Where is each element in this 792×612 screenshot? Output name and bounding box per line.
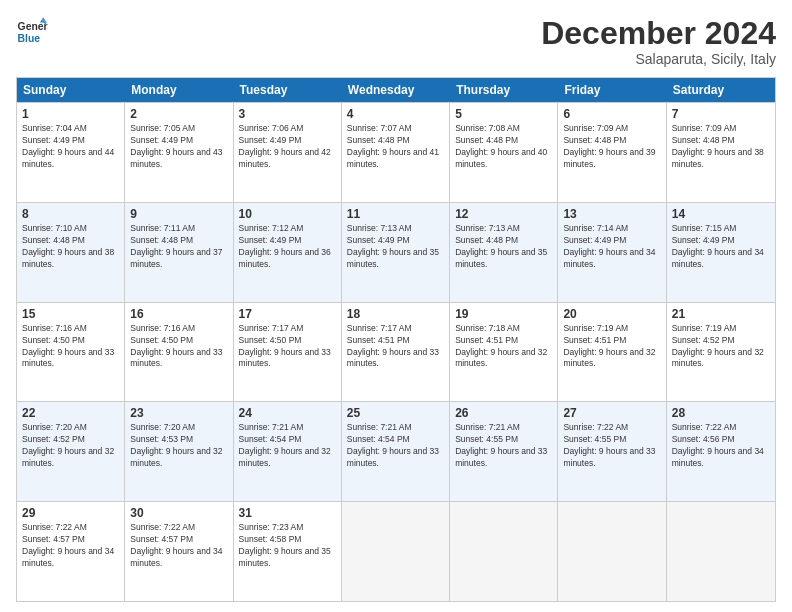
day-number: 14 <box>672 207 770 221</box>
day-cell: 27Sunrise: 7:22 AM Sunset: 4:55 PM Dayli… <box>558 402 666 501</box>
calendar-row: 15Sunrise: 7:16 AM Sunset: 4:50 PM Dayli… <box>17 302 775 402</box>
day-info: Sunrise: 7:21 AM Sunset: 4:54 PM Dayligh… <box>347 422 444 470</box>
logo: General Blue <box>16 16 48 48</box>
day-info: Sunrise: 7:17 AM Sunset: 4:50 PM Dayligh… <box>239 323 336 371</box>
calendar-row: 22Sunrise: 7:20 AM Sunset: 4:52 PM Dayli… <box>17 401 775 501</box>
day-cell: 15Sunrise: 7:16 AM Sunset: 4:50 PM Dayli… <box>17 303 125 402</box>
weekday-header: Saturday <box>667 78 775 102</box>
day-number: 31 <box>239 506 336 520</box>
day-number: 9 <box>130 207 227 221</box>
day-cell: 6Sunrise: 7:09 AM Sunset: 4:48 PM Daylig… <box>558 103 666 202</box>
day-info: Sunrise: 7:09 AM Sunset: 4:48 PM Dayligh… <box>672 123 770 171</box>
day-number: 26 <box>455 406 552 420</box>
day-info: Sunrise: 7:15 AM Sunset: 4:49 PM Dayligh… <box>672 223 770 271</box>
day-cell: 28Sunrise: 7:22 AM Sunset: 4:56 PM Dayli… <box>667 402 775 501</box>
day-info: Sunrise: 7:21 AM Sunset: 4:55 PM Dayligh… <box>455 422 552 470</box>
day-cell: 3Sunrise: 7:06 AM Sunset: 4:49 PM Daylig… <box>234 103 342 202</box>
day-cell: 11Sunrise: 7:13 AM Sunset: 4:49 PM Dayli… <box>342 203 450 302</box>
day-cell: 5Sunrise: 7:08 AM Sunset: 4:48 PM Daylig… <box>450 103 558 202</box>
calendar-header: SundayMondayTuesdayWednesdayThursdayFrid… <box>17 78 775 102</box>
day-cell: 1Sunrise: 7:04 AM Sunset: 4:49 PM Daylig… <box>17 103 125 202</box>
day-cell: 21Sunrise: 7:19 AM Sunset: 4:52 PM Dayli… <box>667 303 775 402</box>
day-info: Sunrise: 7:18 AM Sunset: 4:51 PM Dayligh… <box>455 323 552 371</box>
weekday-header: Sunday <box>17 78 125 102</box>
day-info: Sunrise: 7:16 AM Sunset: 4:50 PM Dayligh… <box>22 323 119 371</box>
page-header: General Blue December 2024 Salaparuta, S… <box>16 16 776 67</box>
day-number: 20 <box>563 307 660 321</box>
day-cell: 10Sunrise: 7:12 AM Sunset: 4:49 PM Dayli… <box>234 203 342 302</box>
day-number: 11 <box>347 207 444 221</box>
day-cell: 26Sunrise: 7:21 AM Sunset: 4:55 PM Dayli… <box>450 402 558 501</box>
day-info: Sunrise: 7:11 AM Sunset: 4:48 PM Dayligh… <box>130 223 227 271</box>
day-info: Sunrise: 7:09 AM Sunset: 4:48 PM Dayligh… <box>563 123 660 171</box>
day-cell: 7Sunrise: 7:09 AM Sunset: 4:48 PM Daylig… <box>667 103 775 202</box>
day-info: Sunrise: 7:05 AM Sunset: 4:49 PM Dayligh… <box>130 123 227 171</box>
day-number: 12 <box>455 207 552 221</box>
weekday-header: Monday <box>125 78 233 102</box>
day-number: 23 <box>130 406 227 420</box>
day-cell: 29Sunrise: 7:22 AM Sunset: 4:57 PM Dayli… <box>17 502 125 601</box>
day-number: 1 <box>22 107 119 121</box>
day-number: 24 <box>239 406 336 420</box>
day-cell: 23Sunrise: 7:20 AM Sunset: 4:53 PM Dayli… <box>125 402 233 501</box>
weekday-header: Friday <box>558 78 666 102</box>
day-number: 18 <box>347 307 444 321</box>
calendar-row: 8Sunrise: 7:10 AM Sunset: 4:48 PM Daylig… <box>17 202 775 302</box>
day-cell: 14Sunrise: 7:15 AM Sunset: 4:49 PM Dayli… <box>667 203 775 302</box>
day-info: Sunrise: 7:20 AM Sunset: 4:52 PM Dayligh… <box>22 422 119 470</box>
day-info: Sunrise: 7:22 AM Sunset: 4:56 PM Dayligh… <box>672 422 770 470</box>
day-info: Sunrise: 7:04 AM Sunset: 4:49 PM Dayligh… <box>22 123 119 171</box>
calendar-body: 1Sunrise: 7:04 AM Sunset: 4:49 PM Daylig… <box>17 102 775 601</box>
day-number: 10 <box>239 207 336 221</box>
day-number: 17 <box>239 307 336 321</box>
day-cell: 12Sunrise: 7:13 AM Sunset: 4:48 PM Dayli… <box>450 203 558 302</box>
day-info: Sunrise: 7:19 AM Sunset: 4:52 PM Dayligh… <box>672 323 770 371</box>
day-number: 19 <box>455 307 552 321</box>
day-cell: 17Sunrise: 7:17 AM Sunset: 4:50 PM Dayli… <box>234 303 342 402</box>
day-info: Sunrise: 7:23 AM Sunset: 4:58 PM Dayligh… <box>239 522 336 570</box>
day-number: 5 <box>455 107 552 121</box>
day-cell: 18Sunrise: 7:17 AM Sunset: 4:51 PM Dayli… <box>342 303 450 402</box>
title-area: December 2024 Salaparuta, Sicily, Italy <box>541 16 776 67</box>
empty-cell <box>667 502 775 601</box>
day-cell: 22Sunrise: 7:20 AM Sunset: 4:52 PM Dayli… <box>17 402 125 501</box>
calendar-row: 1Sunrise: 7:04 AM Sunset: 4:49 PM Daylig… <box>17 102 775 202</box>
day-number: 6 <box>563 107 660 121</box>
day-number: 3 <box>239 107 336 121</box>
day-cell: 2Sunrise: 7:05 AM Sunset: 4:49 PM Daylig… <box>125 103 233 202</box>
day-cell: 30Sunrise: 7:22 AM Sunset: 4:57 PM Dayli… <box>125 502 233 601</box>
day-number: 25 <box>347 406 444 420</box>
day-cell: 8Sunrise: 7:10 AM Sunset: 4:48 PM Daylig… <box>17 203 125 302</box>
day-number: 15 <box>22 307 119 321</box>
day-info: Sunrise: 7:13 AM Sunset: 4:48 PM Dayligh… <box>455 223 552 271</box>
day-number: 8 <box>22 207 119 221</box>
calendar: SundayMondayTuesdayWednesdayThursdayFrid… <box>16 77 776 602</box>
day-cell: 9Sunrise: 7:11 AM Sunset: 4:48 PM Daylig… <box>125 203 233 302</box>
empty-cell <box>450 502 558 601</box>
month-title: December 2024 <box>541 16 776 51</box>
day-info: Sunrise: 7:19 AM Sunset: 4:51 PM Dayligh… <box>563 323 660 371</box>
weekday-header: Wednesday <box>342 78 450 102</box>
day-number: 16 <box>130 307 227 321</box>
empty-cell <box>342 502 450 601</box>
day-info: Sunrise: 7:07 AM Sunset: 4:48 PM Dayligh… <box>347 123 444 171</box>
day-info: Sunrise: 7:06 AM Sunset: 4:49 PM Dayligh… <box>239 123 336 171</box>
day-number: 22 <box>22 406 119 420</box>
location-subtitle: Salaparuta, Sicily, Italy <box>541 51 776 67</box>
day-cell: 24Sunrise: 7:21 AM Sunset: 4:54 PM Dayli… <box>234 402 342 501</box>
day-cell: 13Sunrise: 7:14 AM Sunset: 4:49 PM Dayli… <box>558 203 666 302</box>
day-number: 29 <box>22 506 119 520</box>
day-number: 21 <box>672 307 770 321</box>
calendar-row: 29Sunrise: 7:22 AM Sunset: 4:57 PM Dayli… <box>17 501 775 601</box>
day-cell: 4Sunrise: 7:07 AM Sunset: 4:48 PM Daylig… <box>342 103 450 202</box>
day-info: Sunrise: 7:22 AM Sunset: 4:57 PM Dayligh… <box>130 522 227 570</box>
day-info: Sunrise: 7:14 AM Sunset: 4:49 PM Dayligh… <box>563 223 660 271</box>
day-cell: 20Sunrise: 7:19 AM Sunset: 4:51 PM Dayli… <box>558 303 666 402</box>
day-number: 28 <box>672 406 770 420</box>
weekday-header: Tuesday <box>234 78 342 102</box>
day-cell: 31Sunrise: 7:23 AM Sunset: 4:58 PM Dayli… <box>234 502 342 601</box>
day-number: 30 <box>130 506 227 520</box>
logo-icon: General Blue <box>16 16 48 48</box>
day-info: Sunrise: 7:13 AM Sunset: 4:49 PM Dayligh… <box>347 223 444 271</box>
day-cell: 19Sunrise: 7:18 AM Sunset: 4:51 PM Dayli… <box>450 303 558 402</box>
